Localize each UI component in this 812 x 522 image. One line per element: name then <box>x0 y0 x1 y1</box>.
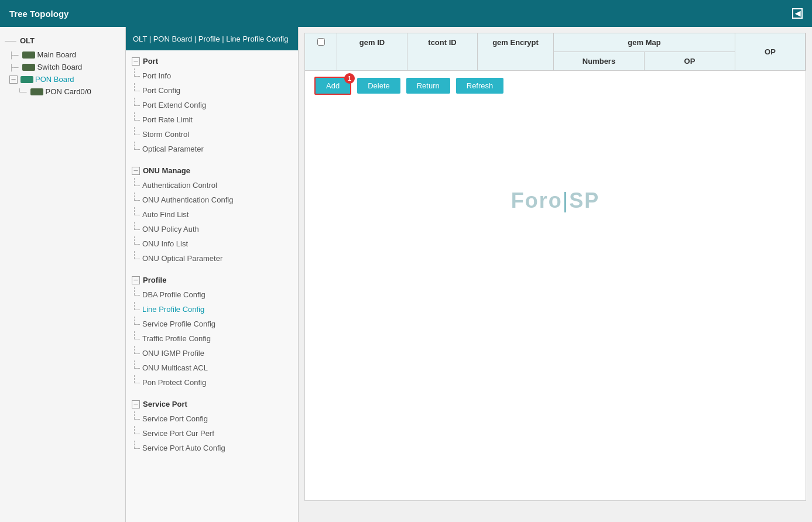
expand-profile[interactable]: ─ <box>132 276 140 284</box>
menu-port-extend[interactable]: Port Extend Config <box>126 98 298 112</box>
menu-port-config[interactable]: Port Config <box>126 83 298 98</box>
tree-connector: ├─ <box>9 51 19 59</box>
tree-sidebar: —— OLT ├─ Main Board ├─ Switch Board ─ <box>0 27 126 522</box>
expand-port[interactable]: ─ <box>132 57 140 66</box>
th-tcontid: tcont ID <box>407 33 478 70</box>
menu-line-profile[interactable]: Line Profile Config <box>126 302 298 317</box>
content-panel: gem ID tcont ID gem Encrypt gem Map Numb… <box>299 27 812 522</box>
olt-label: OLT <box>20 36 35 45</box>
profile-section: ─ Profile DBA Profile Config Line Profil… <box>126 269 298 393</box>
add-button[interactable]: Add 1 <box>314 77 351 95</box>
menu-panel: OLT | PON Board | Profile | Line Profile… <box>126 27 299 522</box>
menu-traffic-profile[interactable]: Traffic Profile Config <box>126 331 298 346</box>
port-section: ─ Port Port Info Port Config Port Extend… <box>126 50 298 160</box>
th-gemmap-label: gem Map <box>554 33 735 52</box>
app-header: Tree Topology ◀ <box>0 0 812 27</box>
menu-service-profile[interactable]: Service Profile Config <box>126 317 298 331</box>
service-section-header[interactable]: ─ Service Port <box>126 397 298 411</box>
watermark: Foro|SP <box>305 101 806 260</box>
device-icon4 <box>30 88 43 95</box>
menu-onu-optical[interactable]: ONU Optical Parameter <box>126 251 298 266</box>
port-section-header[interactable]: ─ Port <box>126 54 298 68</box>
th-checkbox <box>305 33 337 70</box>
menu-service-port-config[interactable]: Service Port Config <box>126 411 298 426</box>
menu-storm-control[interactable]: Storm Control <box>126 127 298 142</box>
main-board-label: Main Board <box>37 50 76 59</box>
expand-service[interactable]: ─ <box>132 400 140 408</box>
port-section-label: Port <box>143 57 158 66</box>
watermark-left: Foro <box>511 188 563 213</box>
service-section: ─ Service Port Service Port Config Servi… <box>126 393 298 459</box>
breadcrumb-text: OLT | PON Board | Profile | Line Profile… <box>133 35 288 43</box>
onu-section-header[interactable]: ─ ONU Manage <box>126 163 298 178</box>
th-gemmap-op: OP <box>645 52 735 70</box>
service-section-label: Service Port <box>143 400 187 408</box>
device-icon3 <box>20 76 33 83</box>
switch-board-label: Switch Board <box>37 63 83 71</box>
tree-connector3: └─ <box>18 88 27 95</box>
watermark-right: SP <box>569 188 599 213</box>
tree-item-olt[interactable]: —— OLT <box>0 33 125 49</box>
onu-section-label: ONU Manage <box>143 166 190 175</box>
tree-item-mainboard[interactable]: ├─ Main Board <box>0 49 125 61</box>
menu-port-rate[interactable]: Port Rate Limit <box>126 112 298 127</box>
table-header: gem ID tcont ID gem Encrypt gem Map Numb… <box>305 33 806 71</box>
menu-dba-profile[interactable]: DBA Profile Config <box>126 287 298 302</box>
watermark-cursor: | <box>563 188 569 213</box>
profile-section-header[interactable]: ─ Profile <box>126 273 298 287</box>
menu-service-auto-config[interactable]: Service Port Auto Config <box>126 441 298 455</box>
menu-optical-param[interactable]: Optical Parameter <box>126 142 298 156</box>
add-badge: 1 <box>344 73 355 84</box>
device-icon <box>22 51 35 59</box>
th-gemencrypt: gem Encrypt <box>478 33 554 70</box>
tree-item-poncard[interactable]: └─ PON Card0/0 <box>0 85 125 98</box>
th-gemmap-subheaders: Numbers OP <box>554 52 735 70</box>
profile-section-label: Profile <box>143 276 166 284</box>
menu-service-cur-perf[interactable]: Service Port Cur Perf <box>126 426 298 441</box>
action-row: Add 1 Delete Return Refresh <box>305 71 806 101</box>
menu-auth-ctrl[interactable]: Authentication Control <box>126 178 298 193</box>
menu-auto-find[interactable]: Auto Find List <box>126 207 298 222</box>
breadcrumb-bar: OLT | PON Board | Profile | Line Profile… <box>126 27 298 50</box>
tree-connector2: ├─ <box>9 64 19 71</box>
th-gemmap-group: gem Map Numbers OP <box>554 33 735 70</box>
refresh-button[interactable]: Refresh <box>456 78 504 94</box>
tree-item-switchboard[interactable]: ├─ Switch Board <box>0 61 125 73</box>
pon-card-label: PON Card0/0 <box>46 87 91 96</box>
th-gemid: gem ID <box>337 33 407 70</box>
menu-onu-auth-config[interactable]: ONU Authentication Config <box>126 193 298 207</box>
th-op: OP <box>735 33 806 70</box>
data-table: gem ID tcont ID gem Encrypt gem Map Numb… <box>304 33 806 501</box>
delete-button[interactable]: Delete <box>357 78 400 94</box>
menu-onu-info[interactable]: ONU Info List <box>126 236 298 251</box>
select-all-checkbox[interactable] <box>317 38 325 46</box>
onu-section: ─ ONU Manage Authentication Control ONU … <box>126 160 298 269</box>
tree-item-ponboard[interactable]: ─ PON Board <box>0 73 125 85</box>
expand-onu[interactable]: ─ <box>132 167 140 175</box>
th-gemmap-numbers: Numbers <box>554 52 645 70</box>
device-icon2 <box>22 64 35 71</box>
collapse-button[interactable]: ◀ <box>792 8 803 19</box>
menu-onu-multicast[interactable]: ONU Multicast ACL <box>126 360 298 375</box>
menu-port-info[interactable]: Port Info <box>126 68 298 83</box>
expand-ponboard[interactable]: ─ <box>9 75 18 84</box>
app-title: Tree Topology <box>9 9 68 19</box>
menu-onu-policy[interactable]: ONU Policy Auth <box>126 222 298 236</box>
menu-pon-protect[interactable]: Pon Protect Config <box>126 375 298 390</box>
menu-onu-igmp[interactable]: ONU IGMP Profile <box>126 346 298 360</box>
return-button[interactable]: Return <box>406 78 450 94</box>
pon-board-label: PON Board <box>35 75 74 84</box>
